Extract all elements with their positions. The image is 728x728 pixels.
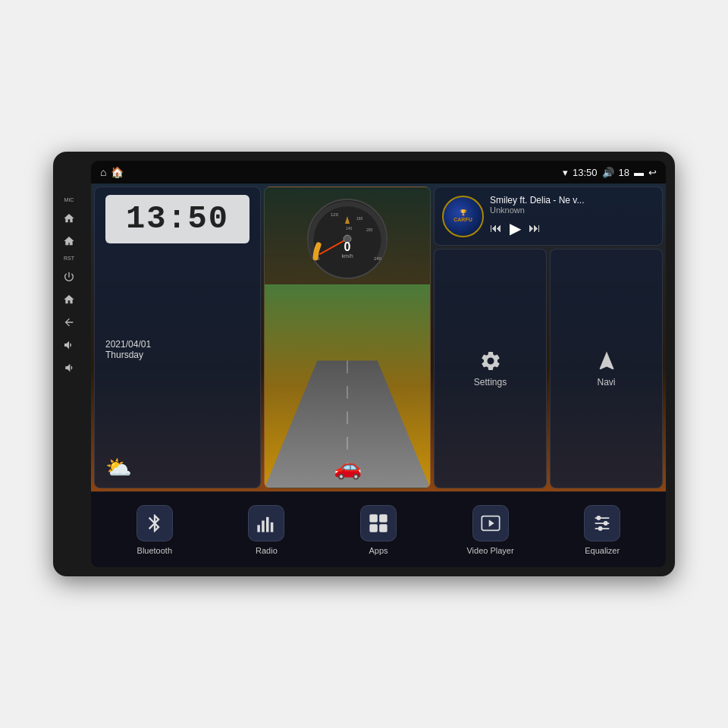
home-side-button[interactable] (61, 210, 77, 227)
svg-rect-15 (258, 525, 261, 532)
volume-level: 18 (619, 167, 629, 178)
apps-icon (368, 513, 389, 534)
weather-section: ⛅ (105, 455, 249, 480)
music-panel[interactable]: 🏆 CARFU Smiley ft. Delia - Ne v... Unkno… (434, 187, 663, 246)
status-bar: ⌂ 🏠 ▾ 13:50 🔊 18 ▬ ↩ (91, 161, 666, 184)
mic-label: MIC (64, 197, 74, 202)
vol-up-side-button[interactable] (61, 337, 77, 353)
battery-icon: ▬ (634, 167, 644, 178)
prev-button[interactable]: ⏮ (490, 221, 502, 235)
bluetooth-button[interactable]: Bluetooth (99, 505, 211, 555)
right-panel: 🏆 CARFU Smiley ft. Delia - Ne v... Unkno… (434, 187, 663, 488)
status-right: ▾ 13:50 🔊 18 ▬ ↩ (563, 167, 657, 178)
svg-point-28 (604, 521, 608, 526)
road-view: 🚗 (265, 284, 430, 488)
radio-icon-container (248, 505, 284, 541)
clock-date: 2021/04/01 Thursday (105, 339, 249, 360)
svg-rect-17 (266, 516, 269, 532)
settings-nav-row: Settings Navi (434, 249, 663, 488)
svg-rect-19 (369, 514, 378, 522)
svg-text:240: 240 (374, 256, 382, 261)
status-home-icon[interactable]: ⌂ (100, 166, 106, 178)
video-player-icon (480, 513, 501, 534)
equalizer-button[interactable]: Equalizer (546, 505, 658, 555)
speedometer-panel: 0 120 240 140 160 200 0 km/h (264, 187, 431, 488)
clock-panel: 13:50 2021/04/01 Thursday ⛅ (94, 187, 261, 488)
top-panels: 13:50 2021/04/01 Thursday ⛅ (91, 184, 666, 491)
svg-text:0: 0 (344, 240, 351, 253)
music-title: Smiley ft. Delia - Ne v... (490, 195, 654, 206)
svg-text:140: 140 (346, 226, 353, 231)
equalizer-icon (592, 513, 613, 534)
wifi-icon: ▾ (563, 167, 568, 178)
svg-rect-20 (379, 514, 388, 522)
speedometer-gauge: 0 120 240 140 160 200 0 km/h (302, 193, 393, 284)
video-player-label: Video Player (466, 546, 513, 555)
video-player-button[interactable]: Video Player (435, 505, 547, 555)
home3-side-button[interactable] (61, 291, 77, 308)
car-icon: 🚗 (334, 453, 362, 480)
svg-point-26 (597, 516, 601, 520)
svg-rect-18 (271, 522, 274, 532)
bluetooth-icon-container (136, 505, 173, 541)
video-player-icon-container (472, 505, 509, 541)
bluetooth-label: Bluetooth (137, 546, 172, 555)
rst-label: RST (64, 256, 74, 261)
status-home2-icon[interactable]: 🏠 (111, 166, 124, 178)
next-button[interactable]: ⏭ (529, 221, 541, 235)
weather-icon: ⛅ (105, 455, 132, 480)
settings-icon (479, 350, 502, 372)
svg-rect-21 (369, 524, 378, 532)
navi-button[interactable]: Navi (550, 249, 663, 488)
car-head-unit: MIC RST ⌂ 🏠 (53, 152, 675, 576)
radio-label: Radio (256, 546, 278, 555)
screen: ⌂ 🏠 ▾ 13:50 🔊 18 ▬ ↩ 13:50 (91, 161, 666, 567)
apps-icon-container (360, 505, 397, 541)
radio-icon (256, 513, 277, 534)
apps-label: Apps (369, 546, 388, 555)
svg-rect-22 (379, 524, 388, 532)
apps-button[interactable]: Apps (322, 505, 435, 555)
clock-display: 13:50 (105, 195, 249, 243)
back-icon[interactable]: ↩ (648, 167, 657, 178)
svg-rect-16 (262, 520, 265, 532)
music-artist: Unknown (490, 206, 654, 215)
vol-down-side-button[interactable] (61, 359, 77, 376)
power-side-button[interactable] (61, 268, 77, 285)
music-info: Smiley ft. Delia - Ne v... Unknown ⏮ ▶ ⏭ (490, 195, 654, 237)
radio-button[interactable]: Radio (211, 505, 323, 555)
album-art: 🏆 CARFU (442, 196, 484, 237)
status-time: 13:50 (573, 167, 598, 178)
back-side-button[interactable] (61, 314, 77, 331)
settings-button[interactable]: Settings (434, 249, 547, 488)
status-left: ⌂ 🏠 (100, 166, 124, 178)
navi-icon (595, 350, 618, 372)
equalizer-label: Equalizer (585, 546, 620, 555)
main-content: 13:50 2021/04/01 Thursday ⛅ (91, 184, 666, 567)
album-logo: 🏆 CARFU (453, 209, 472, 223)
side-buttons: MIC RST (61, 197, 77, 376)
svg-text:km/h: km/h (341, 253, 353, 259)
svg-text:120: 120 (331, 212, 339, 217)
bottom-bar: Bluetooth Radio (91, 491, 666, 567)
equalizer-icon-container (584, 505, 620, 541)
bluetooth-icon (144, 513, 165, 534)
play-button[interactable]: ▶ (510, 219, 521, 237)
clock-time: 13:50 (115, 201, 240, 237)
house2-side-button[interactable] (61, 233, 77, 249)
navi-label: Navi (597, 377, 615, 388)
svg-text:200: 200 (366, 228, 373, 232)
svg-marker-24 (488, 519, 494, 526)
svg-point-30 (598, 526, 603, 531)
music-controls: ⏮ ▶ ⏭ (490, 219, 654, 237)
svg-text:160: 160 (356, 216, 363, 221)
settings-label: Settings (474, 377, 507, 388)
volume-icon: 🔊 (602, 167, 614, 178)
